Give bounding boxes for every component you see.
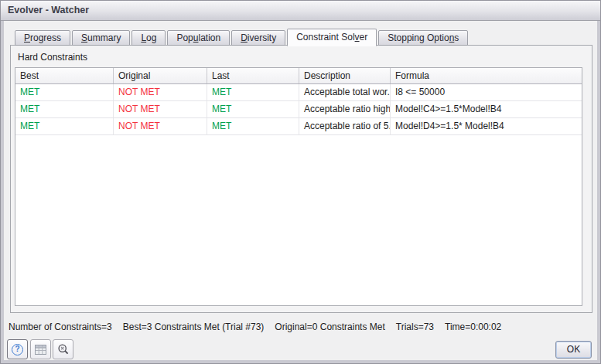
tab-log[interactable]: Log: [131, 30, 166, 46]
report-grid-icon: [34, 344, 47, 355]
status-best-constraints-met: Best=3 Constraints Met (Trial #73): [123, 321, 265, 332]
constraints-table[interactable]: Best Original Last Description Formula M…: [15, 67, 582, 306]
status-original-constraints-met: Original=0 Constraints Met: [275, 321, 384, 332]
ok-button-label: OK: [567, 344, 580, 355]
table-row[interactable]: MET NOT MET MET Acceptable total wor... …: [15, 84, 582, 101]
tab-bar: Progress Summary Log Population Diversit…: [15, 28, 470, 46]
cell-best: MET: [15, 101, 114, 117]
cell-description: Acceptable ratio high...: [299, 101, 391, 117]
status-trials: Trials=73: [396, 321, 434, 332]
cell-last: MET: [207, 118, 299, 134]
help-button[interactable]: ?: [7, 339, 28, 359]
cell-last: MET: [207, 101, 299, 117]
hard-constraints-label: Hard Constraints: [18, 52, 87, 63]
tab-constraint-solver[interactable]: Constraint Solver: [287, 29, 377, 46]
column-header-original[interactable]: Original: [114, 68, 207, 83]
cell-original: NOT MET: [114, 101, 207, 117]
window-frame-left: [1, 21, 4, 363]
tab-population[interactable]: Population: [167, 30, 230, 46]
tab-stopping-options[interactable]: Stopping Options: [378, 30, 468, 46]
help-icon: ?: [12, 344, 23, 355]
tab-diversity[interactable]: Diversity: [231, 30, 285, 46]
excel-report-button[interactable]: [30, 339, 51, 359]
cell-best: MET: [15, 118, 114, 134]
cell-last: MET: [207, 84, 299, 100]
tab-progress[interactable]: Progress: [15, 30, 70, 46]
cell-formula: Model!D4>=1.5* Model!B4: [391, 118, 582, 134]
cell-formula: Model!C4>=1.5*Model!B4: [391, 101, 582, 117]
window-frame-bottom: [1, 360, 600, 363]
column-header-formula[interactable]: Formula: [391, 68, 582, 83]
cell-description: Acceptable ratio of 5...: [299, 118, 391, 134]
zoom-x-icon: [57, 343, 70, 355]
table-row[interactable]: MET NOT MET MET Acceptable ratio high...…: [15, 101, 582, 118]
table-row[interactable]: MET NOT MET MET Acceptable ratio of 5...…: [15, 118, 582, 135]
cell-formula: I8 <= 50000: [391, 84, 582, 100]
table-header-row: Best Original Last Description Formula: [15, 68, 582, 84]
cell-original: NOT MET: [114, 84, 207, 100]
column-header-description[interactable]: Description: [299, 68, 391, 83]
status-time: Time=0:00:02: [445, 321, 501, 332]
cell-original: NOT MET: [114, 118, 207, 134]
titlebar[interactable]: Evolver - Watcher: [1, 1, 600, 21]
column-header-best[interactable]: Best: [15, 68, 114, 83]
window-title: Evolver - Watcher: [8, 5, 89, 15]
status-bar: Number of Constraints=3 Best=3 Constrain…: [9, 321, 501, 332]
cell-description: Acceptable total wor...: [299, 84, 391, 100]
evolver-watcher-window: Evolver - Watcher Progress Summary Log P…: [0, 0, 601, 364]
cell-best: MET: [15, 84, 114, 100]
status-number-of-constraints: Number of Constraints=3: [9, 321, 112, 332]
column-header-last[interactable]: Last: [207, 68, 299, 83]
ok-button[interactable]: OK: [555, 341, 592, 359]
zoom-button[interactable]: [53, 339, 73, 359]
tab-summary[interactable]: Summary: [72, 30, 130, 46]
window-frame-right: [597, 21, 600, 363]
